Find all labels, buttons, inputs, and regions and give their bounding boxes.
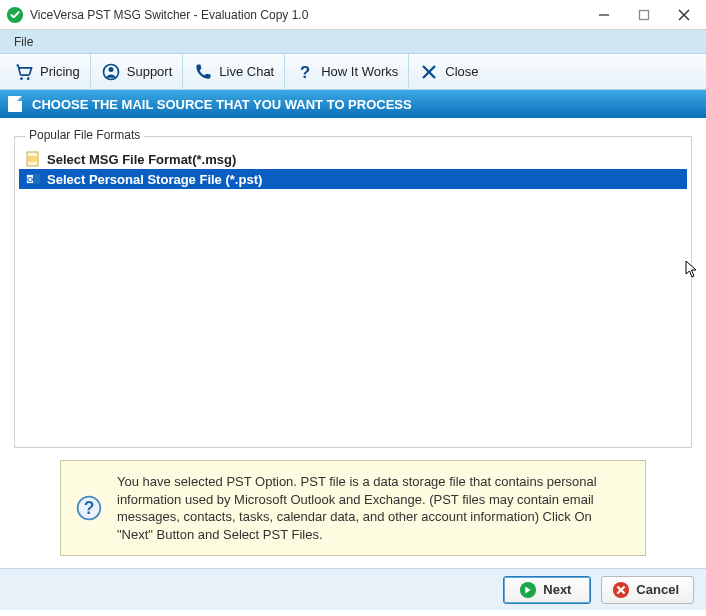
page-icon bbox=[8, 96, 22, 112]
info-box: ? You have selected PST Option. PST file… bbox=[60, 460, 646, 556]
section-header: CHOOSE THE MAIL SOURCE THAT YOU WANT TO … bbox=[0, 90, 706, 118]
window-title: ViceVersa PST MSG Switcher - Evaluation … bbox=[30, 8, 584, 22]
svg-rect-13 bbox=[28, 156, 37, 162]
menubar: File bbox=[0, 30, 706, 54]
cancel-x-icon bbox=[612, 581, 630, 599]
phone-icon bbox=[193, 62, 213, 82]
app-icon bbox=[6, 6, 24, 24]
headset-icon bbox=[101, 62, 121, 82]
format-pst-row[interactable]: O Select Personal Storage File (*.pst) bbox=[19, 169, 687, 189]
toolbar-support[interactable]: Support bbox=[91, 54, 184, 89]
svg-point-6 bbox=[27, 77, 30, 80]
titlebar: ViceVersa PST MSG Switcher - Evaluation … bbox=[0, 0, 706, 30]
cancel-button[interactable]: Cancel bbox=[601, 576, 694, 604]
svg-text:O: O bbox=[27, 175, 33, 184]
footer: Next Cancel bbox=[0, 568, 706, 610]
svg-point-5 bbox=[20, 77, 23, 80]
toolbar-pricing[interactable]: Pricing bbox=[4, 54, 91, 89]
format-msg-label: Select MSG File Format(*.msg) bbox=[47, 152, 236, 167]
next-arrow-icon bbox=[519, 581, 537, 599]
format-msg-row[interactable]: Select MSG File Format(*.msg) bbox=[19, 149, 687, 169]
maximize-button[interactable] bbox=[624, 1, 664, 29]
toolbar-livechat[interactable]: Live Chat bbox=[183, 54, 285, 89]
section-heading: CHOOSE THE MAIL SOURCE THAT YOU WANT TO … bbox=[32, 97, 412, 112]
pst-file-icon: O bbox=[25, 171, 41, 187]
svg-text:?: ? bbox=[300, 62, 310, 81]
svg-point-8 bbox=[108, 67, 113, 72]
minimize-button[interactable] bbox=[584, 1, 624, 29]
menu-file[interactable]: File bbox=[8, 33, 39, 51]
question-icon: ? bbox=[295, 62, 315, 82]
toolbar-livechat-label: Live Chat bbox=[219, 64, 274, 79]
svg-rect-2 bbox=[640, 10, 649, 19]
toolbar-pricing-label: Pricing bbox=[40, 64, 80, 79]
formats-list: Select MSG File Format(*.msg) O Select P… bbox=[19, 149, 687, 189]
toolbar: Pricing Support Live Chat ? How It Works… bbox=[0, 54, 706, 90]
cart-icon bbox=[14, 62, 34, 82]
toolbar-howitworks[interactable]: ? How It Works bbox=[285, 54, 409, 89]
info-text: You have selected PST Option. PST file i… bbox=[117, 473, 631, 543]
svg-text:?: ? bbox=[84, 498, 95, 518]
toolbar-close-label: Close bbox=[445, 64, 478, 79]
next-button[interactable]: Next bbox=[503, 576, 591, 604]
formats-group: Popular File Formats Select MSG File For… bbox=[14, 136, 692, 448]
toolbar-howitworks-label: How It Works bbox=[321, 64, 398, 79]
toolbar-close[interactable]: Close bbox=[409, 54, 488, 89]
close-icon bbox=[419, 62, 439, 82]
close-window-button[interactable] bbox=[664, 1, 704, 29]
cancel-button-label: Cancel bbox=[636, 582, 679, 597]
window-controls bbox=[584, 1, 704, 29]
help-icon: ? bbox=[75, 494, 103, 522]
next-button-label: Next bbox=[543, 582, 571, 597]
group-label: Popular File Formats bbox=[25, 128, 144, 142]
msg-file-icon bbox=[25, 151, 41, 167]
content-area: Popular File Formats Select MSG File For… bbox=[0, 118, 706, 568]
toolbar-support-label: Support bbox=[127, 64, 173, 79]
format-pst-label: Select Personal Storage File (*.pst) bbox=[47, 172, 262, 187]
